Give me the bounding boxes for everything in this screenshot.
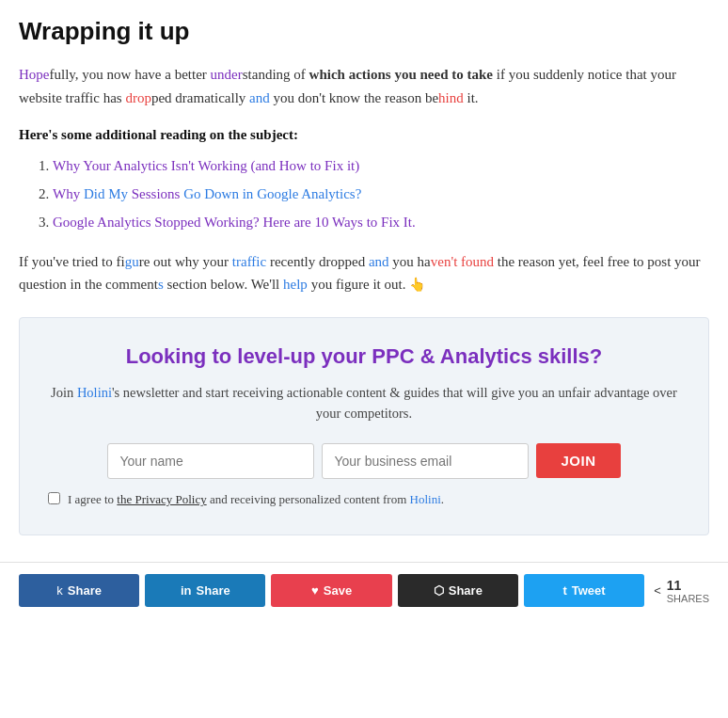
pocket-icon: ♥ [311,583,319,598]
email-input[interactable] [322,443,529,479]
share-count-label: SHARES [667,593,709,604]
buffer-icon: ⬡ [434,583,444,598]
reading-link-2[interactable]: Did My Sessions Go Down in Google Analyt… [84,186,361,201]
privacy-checkbox[interactable] [48,492,60,504]
twitter-share-button[interactable]: t Tweet [524,574,644,607]
name-input[interactable] [107,443,314,479]
additional-reading-header: Here's some additional reading on the su… [19,127,709,143]
twitter-icon: t [562,583,566,598]
share-bar: k Share in Share ♥ Save ⬡ Share t Tweet … [0,562,728,618]
facebook-share-button[interactable]: k Share [19,574,139,607]
outro-paragraph: If you've tried to figure out why your t… [19,250,709,297]
reading-link-3[interactable]: Google Analytics Stopped Working? Here a… [53,215,416,230]
list-item: Why Did My Sessions Go Down in Google An… [53,183,709,205]
list-item: Google Analytics Stopped Working? Here a… [53,211,709,233]
privacy-text: I agree to the Privacy Policy and receiv… [68,490,444,509]
share-count: < 11 SHARES [654,578,709,604]
list-item: Why Your Analytics Isn't Working (and Ho… [53,154,709,177]
page-title: Wrapping it up [19,17,709,46]
pocket-share-button[interactable]: ♥ Save [271,574,391,607]
newsletter-form: JOIN [48,443,680,479]
newsletter-brand-link[interactable]: Holini [77,385,112,400]
newsletter-title: Looking to level-up your PPC & Analytics… [48,344,680,369]
newsletter-subtitle: Join Holini's newsletter and start recei… [48,382,680,424]
newsletter-box: Looking to level-up your PPC & Analytics… [19,317,709,535]
linkedin-share-button[interactable]: in Share [145,574,265,607]
reading-list: Why Your Analytics Isn't Working (and Ho… [53,154,709,233]
intro-paragraph: Hopefully, you now have a better underst… [19,63,709,110]
share-count-number: 11 [667,578,682,593]
reading-link-1[interactable]: Why Your Analytics Isn't Working (and Ho… [53,158,359,173]
facebook-icon: k [56,583,63,598]
linkedin-icon: in [181,583,192,598]
buffer-share-button[interactable]: ⬡ Share [398,574,518,607]
join-button[interactable]: JOIN [536,443,620,478]
privacy-row: I agree to the Privacy Policy and receiv… [48,490,680,509]
privacy-link[interactable]: the Privacy Policy [117,492,206,506]
main-content: Wrapping it up Hopefully, you now have a… [0,0,728,562]
share-less-than-icon: < [654,583,661,598]
